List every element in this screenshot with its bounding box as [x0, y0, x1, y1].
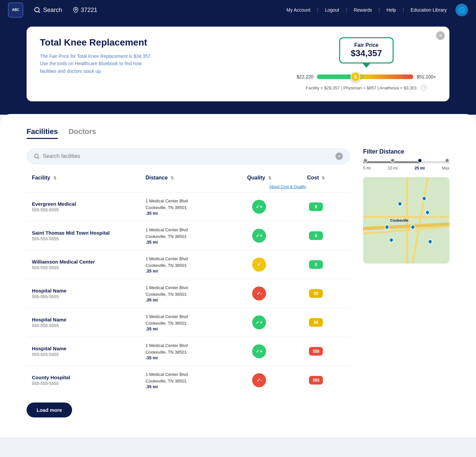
logout-link[interactable]: Logout — [322, 7, 342, 13]
location-icon — [73, 7, 79, 13]
facility-phone: 555-555-5555 — [32, 323, 145, 328]
globe-icon[interactable]: 🌐 — [455, 4, 468, 16]
slider-track — [363, 161, 449, 163]
education-library-link[interactable]: Education Library — [407, 7, 450, 13]
price-bar-container: $22,220 $ $51,100+ — [297, 74, 436, 79]
cost-column-header[interactable]: Cost ⇅ — [288, 175, 344, 181]
location-display[interactable]: 37221 — [73, 7, 97, 14]
price-marker: $ — [350, 72, 360, 82]
table-row[interactable]: Saint Thomas Mid Town Hospital 555-555-5… — [27, 221, 350, 250]
facility-distance: .35 mi — [145, 326, 231, 331]
logo[interactable]: ABC — [8, 2, 23, 18]
table-row[interactable]: County Hospital 555-555-5555 1 Medical C… — [27, 366, 350, 395]
table-row[interactable]: Evergreen Medical 555-555-5555 1 Medical… — [27, 192, 350, 221]
search-trigger[interactable]: Search — [34, 7, 62, 14]
quality-badge: ✓+ — [252, 229, 266, 243]
facility-name: Hospital Name — [32, 346, 145, 351]
search-icon — [34, 153, 40, 159]
rewards-link[interactable]: Rewards — [350, 7, 375, 13]
help-link[interactable]: Help — [383, 7, 400, 13]
slider-dot-0[interactable] — [363, 158, 368, 163]
quality-badge: ✓+ — [252, 315, 266, 329]
facility-address: 1 Medical Center BlvdCookeville, TN 3850… — [145, 342, 231, 355]
map-pin-4[interactable] — [384, 224, 390, 230]
my-account-link[interactable]: My Account — [283, 7, 314, 13]
facility-name: Williamson Medical Center — [32, 259, 145, 265]
hero-description: The Fair Price for Total Knee Replacemen… — [40, 53, 153, 75]
nav-links: My Account | Logout | Rewards | Help | E… — [283, 4, 468, 16]
facility-distance: .35 mi — [145, 355, 231, 360]
table-row[interactable]: Williamson Medical Center 555-555-5555 1… — [27, 250, 350, 279]
table-section: ✕ Facility ⇅ Distance ⇅ Quality ⇅ Cost — [27, 148, 350, 417]
tab-bar: Facilities Doctors — [27, 127, 449, 139]
facility-distance: .35 mi — [145, 211, 231, 216]
facility-phone: 555-555-5555 — [32, 294, 145, 299]
facility-address: 1 Medical Center BlvdCookeville, TN 3850… — [145, 313, 231, 326]
price-bar-track: $ — [317, 74, 414, 79]
content-row: ✕ Facility ⇅ Distance ⇅ Quality ⇅ Cost — [27, 148, 449, 417]
search-clear-button[interactable]: ✕ — [335, 153, 343, 160]
facility-phone: 555-555-5555 — [32, 381, 145, 386]
quality-badge: ✓+ — [252, 344, 266, 358]
facility-distance: .35 mi — [145, 297, 231, 302]
tab-facilities[interactable]: Facilities — [27, 127, 58, 139]
facility-distance: .35 mi — [145, 240, 231, 245]
hero-section: Total Knee Replacement The Fair Price fo… — [0, 20, 476, 115]
facility-address: 1 Medical Center BlvdCookeville, TN 3850… — [145, 256, 231, 269]
dist-label-max: Max — [442, 166, 449, 171]
tab-doctors[interactable]: Doctors — [68, 127, 96, 139]
fair-price-value: $34,357 — [351, 48, 382, 58]
facility-distance: .35 mi — [145, 384, 231, 389]
table-row[interactable]: Hospital Name 555-555-5555 1 Medical Cen… — [27, 279, 350, 308]
facility-address: 1 Medical Center BlvdCookeville, TN 3850… — [145, 285, 231, 297]
dist-label-10: 10 mi — [388, 166, 397, 171]
cost-badge: $$$ — [309, 376, 323, 385]
quality-badge: ✓ — [252, 258, 266, 272]
facility-search-input[interactable] — [43, 153, 332, 159]
facility-address: 1 Medical Center BlvdCookeville, TN 3850… — [145, 198, 231, 211]
facility-name: Hospital Name — [32, 288, 145, 293]
map-pin-2[interactable] — [421, 195, 428, 202]
close-button[interactable]: ✕ — [436, 31, 445, 40]
dist-label-25: 25 mi — [415, 166, 425, 171]
facility-search-bar: ✕ — [27, 148, 350, 164]
facility-column-header[interactable]: Facility ⇅ — [32, 175, 145, 181]
facility-table: Evergreen Medical 555-555-5555 1 Medical… — [27, 192, 350, 395]
svg-line-4 — [38, 157, 39, 158]
cost-sort-icon: ⇅ — [322, 176, 325, 180]
distance-column-header[interactable]: Distance ⇅ — [145, 175, 231, 181]
facility-phone: 555-555-5555 — [32, 352, 145, 357]
facility-sort-icon: ⇅ — [53, 176, 56, 180]
quality-sort-icon: ⇅ — [268, 176, 271, 180]
about-cost-quality-row: About Cost & Quality — [27, 183, 350, 192]
table-header: Facility ⇅ Distance ⇅ Quality ⇅ Cost ⇅ — [27, 172, 350, 183]
price-min: $22,220 — [297, 74, 314, 79]
slider-dot-2[interactable] — [418, 158, 422, 163]
sidebar-section: Filter Distance 5 mi 10 mi 25 mi — [363, 148, 449, 417]
table-row[interactable]: Hospital Name 555-555-5555 1 Medical Cen… — [27, 337, 350, 366]
load-more-button[interactable]: Load more — [27, 402, 72, 417]
hero-card: Total Knee Replacement The Fair Price fo… — [27, 27, 449, 101]
cost-badge: $$ — [309, 289, 323, 298]
map-pin-6[interactable] — [388, 237, 395, 243]
map-pin-3[interactable] — [424, 209, 431, 216]
quality-badge: ✓- — [252, 286, 266, 300]
facility-distance: .35 mi — [145, 269, 231, 274]
dist-label-5: 5 mi — [363, 166, 371, 171]
facility-phone: 555-555-5555 — [32, 265, 145, 270]
price-breakdown: Facility = $29,357 | Physician = $857 | … — [306, 85, 427, 91]
distance-slider[interactable]: 5 mi 10 mi 25 mi Max — [363, 161, 449, 171]
price-max: $51,100+ — [417, 74, 436, 79]
about-cost-quality-link[interactable]: About Cost & Quality — [269, 184, 306, 189]
breakdown-info-icon[interactable]: ? — [421, 85, 427, 91]
slider-dot-3[interactable] — [445, 158, 449, 163]
quality-badge: ✓- — [252, 373, 266, 387]
facility-name: Evergreen Medical — [32, 201, 145, 207]
table-row[interactable]: Hospital Name 555-555-5555 1 Medical Cen… — [27, 308, 350, 337]
slider-dots — [363, 158, 449, 163]
quality-column-header[interactable]: Quality ⇅ — [231, 175, 288, 181]
facility-name: Hospital Name — [32, 317, 145, 322]
slider-dot-1[interactable] — [390, 158, 395, 163]
map-pin-1[interactable] — [397, 200, 403, 207]
map-pin-7[interactable] — [427, 238, 433, 245]
